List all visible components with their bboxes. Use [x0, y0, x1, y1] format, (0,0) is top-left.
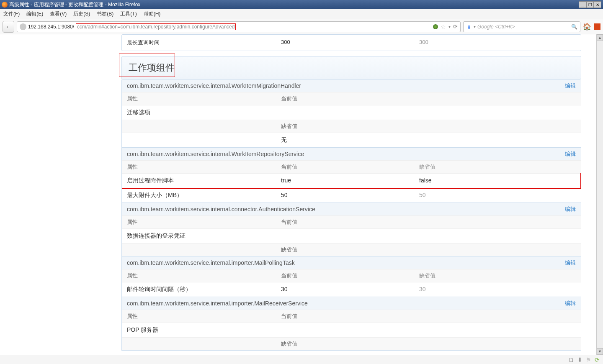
menu-edit[interactable]: 编辑(E) — [26, 10, 43, 18]
status-dot-icon — [433, 24, 438, 29]
search-engine-dropdown-icon[interactable]: ▾ — [474, 24, 476, 29]
restore-button[interactable]: ❐ — [586, 1, 594, 8]
menu-help[interactable]: 帮助(H) — [144, 10, 161, 18]
window-titlebar: 高级属性 - 应用程序管理 - 更改和配置管理 - Mozilla Firefo… — [0, 0, 603, 9]
bookmark-star-icon[interactable]: ☆ — [441, 23, 446, 30]
firefox-icon — [2, 2, 8, 8]
menu-file[interactable]: 文件(F) — [3, 10, 20, 18]
menu-view[interactable]: 查看(V) — [50, 10, 67, 18]
window-title: 高级属性 - 应用程序管理 - 更改和配置管理 - Mozilla Firefo… — [9, 1, 140, 8]
reload-icon[interactable]: ⟳ — [453, 23, 458, 30]
google-icon: g — [466, 24, 472, 30]
minimize-button[interactable]: _ — [579, 1, 586, 8]
address-bar[interactable]: 192.168.245.1:9080/ccm/admin#action=com.… — [17, 21, 461, 32]
menu-tools[interactable]: 工具(T) — [120, 10, 137, 18]
search-bar[interactable]: g ▾ Google <Ctrl+K> 🔍 — [463, 21, 580, 32]
history-dropdown-icon[interactable]: ▾ — [448, 24, 451, 29]
close-button[interactable]: ✕ — [594, 1, 601, 8]
addon-icon[interactable] — [594, 23, 600, 30]
search-icon[interactable]: 🔍 — [571, 24, 577, 30]
url-host: 192.168.245.1:9080/ — [28, 24, 74, 30]
url-path: ccm/admin#action=com.ibm.team.repository… — [76, 23, 236, 30]
site-identity-icon — [20, 23, 26, 30]
menu-bar: 文件(F) 编辑(E) 查看(V) 历史(S) 书签(B) 工具(T) 帮助(H… — [0, 9, 603, 19]
menu-bookmarks[interactable]: 书签(B) — [97, 10, 113, 18]
home-button[interactable]: 🏠 — [583, 23, 591, 31]
back-button[interactable]: ← — [3, 21, 14, 33]
menu-history[interactable]: 历史(S) — [73, 10, 90, 18]
nav-toolbar: ← 192.168.245.1:9080/ccm/admin#action=co… — [0, 19, 603, 34]
search-placeholder: Google <Ctrl+K> — [477, 24, 570, 30]
